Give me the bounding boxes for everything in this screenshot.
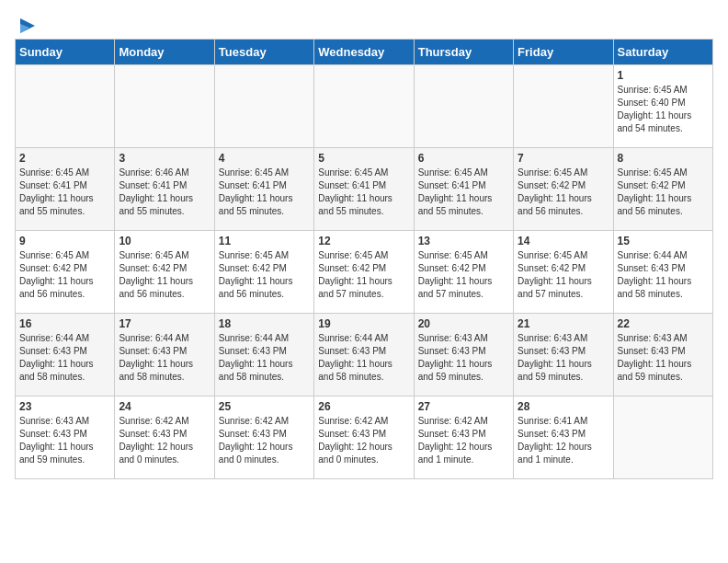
- calendar-cell: 22Sunrise: 6:43 AM Sunset: 6:43 PM Dayli…: [613, 314, 712, 396]
- calendar-cell: 14Sunrise: 6:45 AM Sunset: 6:42 PM Dayli…: [514, 231, 613, 314]
- day-info: Sunrise: 6:42 AM Sunset: 6:43 PM Dayligh…: [219, 415, 310, 466]
- day-info: Sunrise: 6:44 AM Sunset: 6:43 PM Dayligh…: [19, 332, 110, 384]
- day-number: 8: [618, 152, 709, 165]
- calendar-cell: [613, 396, 712, 479]
- day-number: 26: [318, 400, 409, 413]
- day-number: 9: [19, 235, 110, 247]
- day-header-monday: Monday: [115, 40, 214, 65]
- day-number: 3: [119, 152, 210, 165]
- day-number: 25: [219, 400, 310, 413]
- logo: [15, 15, 39, 31]
- day-info: Sunrise: 6:46 AM Sunset: 6:41 PM Dayligh…: [119, 167, 210, 218]
- day-info: Sunrise: 6:45 AM Sunset: 6:41 PM Dayligh…: [19, 167, 110, 218]
- day-number: 14: [518, 235, 609, 247]
- calendar-cell: 11Sunrise: 6:45 AM Sunset: 6:42 PM Dayli…: [214, 231, 313, 314]
- calendar-cell: 24Sunrise: 6:42 AM Sunset: 6:43 PM Dayli…: [115, 396, 214, 479]
- calendar-cell: 26Sunrise: 6:42 AM Sunset: 6:43 PM Dayli…: [314, 396, 414, 479]
- calendar-cell: 1Sunrise: 6:45 AM Sunset: 6:40 PM Daylig…: [613, 65, 712, 148]
- calendar-cell: 12Sunrise: 6:45 AM Sunset: 6:42 PM Dayli…: [314, 231, 414, 314]
- calendar-cell: 20Sunrise: 6:43 AM Sunset: 6:43 PM Dayli…: [414, 314, 513, 396]
- day-number: 18: [219, 317, 310, 330]
- day-number: 20: [418, 317, 509, 330]
- day-number: 16: [19, 317, 110, 330]
- calendar-cell: 8Sunrise: 6:45 AM Sunset: 6:42 PM Daylig…: [613, 148, 712, 231]
- calendar-cell: 4Sunrise: 6:45 AM Sunset: 6:41 PM Daylig…: [214, 148, 313, 231]
- day-number: 15: [618, 235, 709, 247]
- header: [15, 15, 713, 31]
- calendar-cell: 5Sunrise: 6:45 AM Sunset: 6:41 PM Daylig…: [314, 148, 414, 231]
- day-number: 17: [119, 317, 210, 330]
- day-info: Sunrise: 6:45 AM Sunset: 6:42 PM Dayligh…: [119, 249, 210, 301]
- calendar-cell: 25Sunrise: 6:42 AM Sunset: 6:43 PM Dayli…: [214, 396, 313, 479]
- calendar-cell: 3Sunrise: 6:46 AM Sunset: 6:41 PM Daylig…: [115, 148, 214, 231]
- day-info: Sunrise: 6:45 AM Sunset: 6:41 PM Dayligh…: [318, 167, 409, 218]
- day-headers-row: SundayMondayTuesdayWednesdayThursdayFrid…: [16, 40, 713, 65]
- day-header-friday: Friday: [514, 40, 613, 65]
- calendar-cell: [214, 65, 313, 148]
- week-row-0: 1Sunrise: 6:45 AM Sunset: 6:40 PM Daylig…: [16, 65, 713, 148]
- day-number: 10: [119, 235, 210, 247]
- day-info: Sunrise: 6:45 AM Sunset: 6:42 PM Dayligh…: [219, 249, 310, 301]
- day-info: Sunrise: 6:42 AM Sunset: 6:43 PM Dayligh…: [119, 415, 210, 466]
- day-number: 22: [618, 317, 709, 330]
- day-info: Sunrise: 6:45 AM Sunset: 6:42 PM Dayligh…: [418, 249, 509, 301]
- day-number: 27: [418, 400, 509, 413]
- day-header-tuesday: Tuesday: [214, 40, 313, 65]
- day-info: Sunrise: 6:42 AM Sunset: 6:43 PM Dayligh…: [318, 415, 409, 466]
- day-header-sunday: Sunday: [16, 40, 115, 65]
- calendar-cell: 9Sunrise: 6:45 AM Sunset: 6:42 PM Daylig…: [16, 231, 115, 314]
- day-info: Sunrise: 6:43 AM Sunset: 6:43 PM Dayligh…: [618, 332, 709, 384]
- week-row-1: 2Sunrise: 6:45 AM Sunset: 6:41 PM Daylig…: [16, 148, 713, 231]
- calendar-cell: 13Sunrise: 6:45 AM Sunset: 6:42 PM Dayli…: [414, 231, 513, 314]
- day-info: Sunrise: 6:45 AM Sunset: 6:42 PM Dayligh…: [618, 167, 709, 218]
- calendar-cell: 17Sunrise: 6:44 AM Sunset: 6:43 PM Dayli…: [115, 314, 214, 396]
- calendar-cell: 23Sunrise: 6:43 AM Sunset: 6:43 PM Dayli…: [16, 396, 115, 479]
- week-row-3: 16Sunrise: 6:44 AM Sunset: 6:43 PM Dayli…: [16, 314, 713, 396]
- calendar-table: SundayMondayTuesdayWednesdayThursdayFrid…: [15, 39, 713, 479]
- day-info: Sunrise: 6:45 AM Sunset: 6:42 PM Dayligh…: [19, 249, 110, 301]
- day-number: 4: [219, 152, 310, 165]
- calendar-cell: 21Sunrise: 6:43 AM Sunset: 6:43 PM Dayli…: [514, 314, 613, 396]
- day-header-saturday: Saturday: [613, 40, 712, 65]
- calendar-cell: 6Sunrise: 6:45 AM Sunset: 6:41 PM Daylig…: [414, 148, 513, 231]
- day-header-wednesday: Wednesday: [314, 40, 414, 65]
- day-number: 6: [418, 152, 509, 165]
- day-info: Sunrise: 6:45 AM Sunset: 6:41 PM Dayligh…: [219, 167, 310, 218]
- calendar-cell: [115, 65, 214, 148]
- day-number: 24: [119, 400, 210, 413]
- calendar-cell: 10Sunrise: 6:45 AM Sunset: 6:42 PM Dayli…: [115, 231, 214, 314]
- day-number: 21: [518, 317, 609, 330]
- calendar-cell: 16Sunrise: 6:44 AM Sunset: 6:43 PM Dayli…: [16, 314, 115, 396]
- day-number: 7: [518, 152, 609, 165]
- day-number: 5: [318, 152, 409, 165]
- week-row-4: 23Sunrise: 6:43 AM Sunset: 6:43 PM Dayli…: [16, 396, 713, 479]
- calendar-cell: [314, 65, 414, 148]
- calendar-cell: 28Sunrise: 6:41 AM Sunset: 6:43 PM Dayli…: [514, 396, 613, 479]
- calendar-cell: 7Sunrise: 6:45 AM Sunset: 6:42 PM Daylig…: [514, 148, 613, 231]
- day-number: 12: [318, 235, 409, 247]
- calendar-cell: 2Sunrise: 6:45 AM Sunset: 6:41 PM Daylig…: [16, 148, 115, 231]
- day-info: Sunrise: 6:41 AM Sunset: 6:43 PM Dayligh…: [518, 415, 609, 466]
- day-number: 13: [418, 235, 509, 247]
- day-number: 11: [219, 235, 310, 247]
- day-info: Sunrise: 6:44 AM Sunset: 6:43 PM Dayligh…: [618, 249, 709, 301]
- calendar-cell: 15Sunrise: 6:44 AM Sunset: 6:43 PM Dayli…: [613, 231, 712, 314]
- day-info: Sunrise: 6:45 AM Sunset: 6:42 PM Dayligh…: [518, 249, 609, 301]
- day-info: Sunrise: 6:42 AM Sunset: 6:43 PM Dayligh…: [418, 415, 509, 466]
- day-info: Sunrise: 6:45 AM Sunset: 6:42 PM Dayligh…: [518, 167, 609, 218]
- day-info: Sunrise: 6:43 AM Sunset: 6:43 PM Dayligh…: [19, 415, 110, 466]
- day-number: 23: [19, 400, 110, 413]
- day-info: Sunrise: 6:45 AM Sunset: 6:42 PM Dayligh…: [318, 249, 409, 301]
- day-header-thursday: Thursday: [414, 40, 513, 65]
- calendar-cell: 27Sunrise: 6:42 AM Sunset: 6:43 PM Dayli…: [414, 396, 513, 479]
- calendar-cell: [16, 65, 115, 148]
- day-info: Sunrise: 6:43 AM Sunset: 6:43 PM Dayligh…: [518, 332, 609, 384]
- calendar-cell: 18Sunrise: 6:44 AM Sunset: 6:43 PM Dayli…: [214, 314, 313, 396]
- day-info: Sunrise: 6:43 AM Sunset: 6:43 PM Dayligh…: [418, 332, 509, 384]
- day-number: 2: [19, 152, 110, 165]
- day-number: 1: [618, 69, 709, 82]
- day-info: Sunrise: 6:44 AM Sunset: 6:43 PM Dayligh…: [119, 332, 210, 384]
- day-info: Sunrise: 6:44 AM Sunset: 6:43 PM Dayligh…: [219, 332, 310, 384]
- day-number: 19: [318, 317, 409, 330]
- calendar-cell: [514, 65, 613, 148]
